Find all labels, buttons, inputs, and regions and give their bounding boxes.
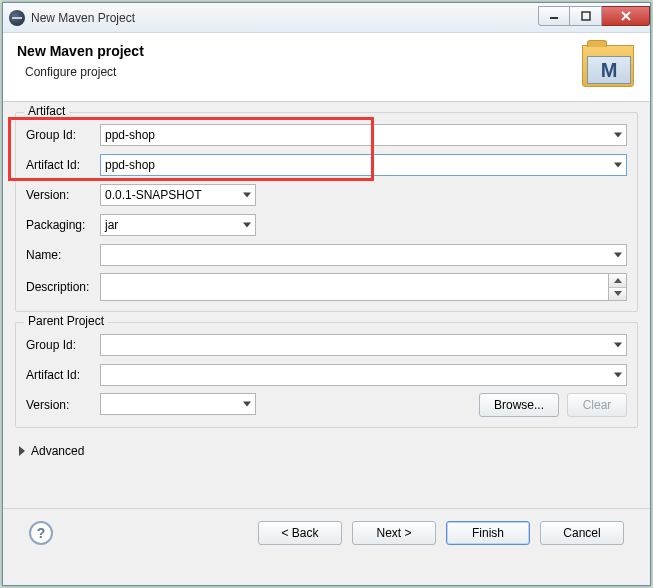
chevron-down-icon xyxy=(243,402,251,407)
artifact-id-value: ppd-shop xyxy=(105,158,155,172)
cancel-button[interactable]: Cancel xyxy=(540,521,624,545)
parent-project-group: Parent Project Group Id: Artifact Id: xyxy=(15,322,638,428)
back-button-label: < Back xyxy=(281,526,318,540)
group-id-value: ppd-shop xyxy=(105,128,155,142)
name-input[interactable] xyxy=(100,244,627,266)
artifact-id-label: Artifact Id: xyxy=(26,158,100,172)
finish-button-label: Finish xyxy=(472,526,504,540)
maximize-button[interactable] xyxy=(570,6,602,26)
minimize-button[interactable] xyxy=(538,6,570,26)
version-input[interactable]: 0.0.1-SNAPSHOT xyxy=(100,184,256,206)
finish-button[interactable]: Finish xyxy=(446,521,530,545)
titlebar[interactable]: New Maven Project xyxy=(3,3,650,33)
maximize-icon xyxy=(581,11,591,21)
version-label: Version: xyxy=(26,188,100,202)
chevron-down-icon xyxy=(614,133,622,138)
stepper-up-button[interactable] xyxy=(609,274,626,288)
parent-legend: Parent Project xyxy=(24,314,108,328)
help-icon: ? xyxy=(37,525,46,541)
description-stepper[interactable] xyxy=(609,273,627,301)
packaging-input[interactable]: jar xyxy=(100,214,256,236)
expand-right-icon xyxy=(19,446,25,456)
parent-version-input[interactable] xyxy=(100,393,256,415)
name-label: Name: xyxy=(26,248,100,262)
chevron-down-icon xyxy=(614,163,622,168)
cancel-button-label: Cancel xyxy=(563,526,600,540)
advanced-expander[interactable]: Advanced xyxy=(15,438,638,458)
chevron-down-icon xyxy=(614,343,622,348)
description-input[interactable] xyxy=(100,273,609,301)
window-title: New Maven Project xyxy=(31,11,135,25)
close-button[interactable] xyxy=(602,6,650,26)
wizard-header: New Maven project Configure project M xyxy=(3,33,650,102)
advanced-label: Advanced xyxy=(31,444,84,458)
chevron-down-icon xyxy=(614,373,622,378)
packaging-label: Packaging: xyxy=(26,218,100,232)
browse-button[interactable]: Browse... xyxy=(479,393,559,417)
chevron-up-icon xyxy=(614,278,622,283)
description-label: Description: xyxy=(26,280,100,294)
artifact-group: Artifact Group Id: ppd-shop Artifact Id:… xyxy=(15,112,638,312)
svg-rect-1 xyxy=(582,12,590,20)
back-button[interactable]: < Back xyxy=(258,521,342,545)
parent-group-id-input[interactable] xyxy=(100,334,627,356)
artifact-id-input[interactable]: ppd-shop xyxy=(100,154,627,176)
dialog-window: New Maven Project New Maven project Conf… xyxy=(2,2,651,586)
version-value: 0.0.1-SNAPSHOT xyxy=(105,188,202,202)
stepper-down-button[interactable] xyxy=(609,288,626,301)
clear-button[interactable]: Clear xyxy=(567,393,627,417)
wizard-footer: ? < Back Next > Finish Cancel xyxy=(15,509,638,557)
chevron-down-icon xyxy=(243,223,251,228)
parent-artifact-id-input[interactable] xyxy=(100,364,627,386)
page-title: New Maven project xyxy=(17,43,582,59)
eclipse-icon xyxy=(9,10,25,26)
svg-rect-0 xyxy=(550,17,558,19)
close-icon xyxy=(620,10,632,22)
browse-button-label: Browse... xyxy=(494,398,544,412)
group-id-input[interactable]: ppd-shop xyxy=(100,124,627,146)
chevron-down-icon xyxy=(243,193,251,198)
parent-version-label: Version: xyxy=(26,398,100,412)
packaging-value: jar xyxy=(105,218,118,232)
help-button[interactable]: ? xyxy=(29,521,53,545)
minimize-icon xyxy=(549,11,559,21)
group-id-label: Group Id: xyxy=(26,128,100,142)
maven-folder-icon: M xyxy=(582,45,634,87)
artifact-legend: Artifact xyxy=(24,104,69,118)
page-subtitle: Configure project xyxy=(25,65,582,79)
parent-artifact-id-label: Artifact Id: xyxy=(26,368,100,382)
chevron-down-icon xyxy=(614,291,622,296)
parent-group-id-label: Group Id: xyxy=(26,338,100,352)
clear-button-label: Clear xyxy=(583,398,612,412)
chevron-down-icon xyxy=(614,253,622,258)
next-button-label: Next > xyxy=(376,526,411,540)
next-button[interactable]: Next > xyxy=(352,521,436,545)
